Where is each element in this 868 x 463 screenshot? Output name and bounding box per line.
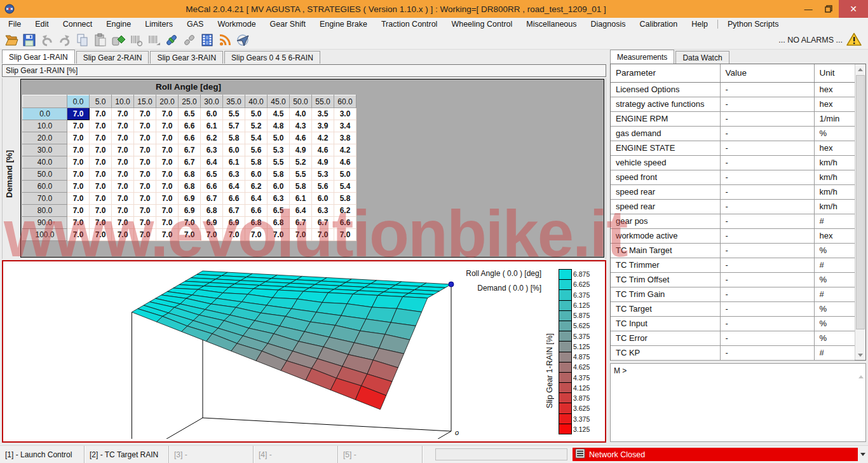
status-slot-5[interactable]: [5] - (338, 446, 423, 463)
grid-col-header[interactable]: 20.0 (156, 95, 179, 108)
menu-item-limiters[interactable]: Limiters (138, 18, 180, 31)
grid-cell[interactable]: 7.0 (134, 217, 156, 229)
measurement-row[interactable]: ENGINE STATE-hex (611, 141, 855, 155)
minimize-icon[interactable]: — (798, 0, 818, 18)
grid-cell[interactable]: 7.0 (90, 169, 112, 181)
grid-row-header[interactable]: 80.0 (23, 205, 67, 217)
grid-cell[interactable]: 7.0 (156, 169, 179, 181)
scrollbar-thumb[interactable] (856, 75, 865, 329)
measurement-row[interactable]: TC Trim Gain-# (611, 287, 855, 301)
grid-col-header[interactable]: 35.0 (223, 95, 245, 108)
grid-cell[interactable]: 6.9 (179, 205, 201, 217)
measurement-row[interactable]: speed rear-km/h (611, 199, 855, 214)
grid-row-header[interactable]: 100.0 (23, 229, 67, 241)
grid-cell[interactable]: 7.0 (90, 181, 112, 193)
grid-cell[interactable]: 6.6 (223, 193, 245, 205)
grid-cell[interactable]: 6.8 (268, 217, 290, 229)
grid-cell[interactable]: 7.0 (67, 132, 90, 144)
grid-cell[interactable]: 3.4 (334, 120, 356, 132)
grid-cell[interactable]: 4.8 (268, 120, 290, 132)
measurement-row[interactable]: speed rear-km/h (611, 184, 855, 199)
grid-cell[interactable]: 3.9 (312, 120, 334, 132)
grid-col-header[interactable]: 15.0 (134, 95, 156, 108)
grid-cell[interactable]: 6.4 (223, 181, 245, 193)
grid-cell[interactable]: 4.2 (312, 132, 334, 144)
close-icon[interactable]: ✕ (839, 0, 868, 18)
film-strip-icon[interactable] (198, 32, 216, 48)
grid-cell[interactable]: 7.0 (290, 229, 312, 241)
measurement-row[interactable]: speed front-km/h (611, 170, 855, 184)
grid-row-header[interactable]: 10.0 (23, 120, 67, 132)
tab-slip-gear-3-rain[interactable]: Slip Gear 3-RAIN (150, 51, 223, 64)
grid-cell[interactable]: 7.0 (134, 193, 156, 205)
grid-cell[interactable]: 5.8 (290, 181, 312, 193)
grid-cell[interactable]: 6.8 (179, 181, 201, 193)
grid-cell[interactable]: 7.0 (134, 108, 156, 120)
disconnect-plug-icon[interactable] (180, 32, 198, 48)
menu-item-gas[interactable]: GAS (180, 18, 210, 31)
measurement-row[interactable]: TC Error-% (611, 331, 855, 345)
grid-cell[interactable]: 6.6 (334, 217, 356, 229)
grid-row-header[interactable]: 0.0 (23, 108, 67, 120)
network-status[interactable]: Network Closed (573, 448, 858, 461)
grid-cell[interactable]: 6.3 (312, 205, 334, 217)
measurement-row[interactable]: gas demand-% (611, 126, 855, 141)
write-device-icon[interactable] (145, 32, 163, 48)
grid-row-header[interactable]: 20.0 (23, 132, 67, 144)
grid-cell[interactable]: 7.0 (112, 217, 134, 229)
grid-cell[interactable]: 7.0 (67, 181, 90, 193)
grid-cell[interactable]: 6.2 (334, 205, 356, 217)
grid-row-header[interactable]: 70.0 (23, 193, 67, 205)
grid-cell[interactable]: 3.0 (334, 108, 356, 120)
menu-item-engine[interactable]: Engine (99, 18, 138, 31)
grid-cell[interactable]: 7.0 (156, 205, 179, 217)
grid-cell[interactable]: 7.0 (90, 205, 112, 217)
redo-icon[interactable] (56, 32, 74, 48)
grid-cell[interactable]: 5.2 (290, 156, 312, 169)
menu-item-file[interactable]: File (1, 18, 28, 31)
grid-cell[interactable]: 7.0 (67, 108, 90, 120)
grid-cell[interactable]: 5.8 (223, 132, 245, 144)
grid-cell[interactable]: 7.0 (112, 144, 134, 156)
grid-cell[interactable]: 7.0 (112, 132, 134, 144)
status-slot-4[interactable]: [4] - (254, 446, 338, 463)
grid-cell[interactable]: 5.0 (245, 108, 268, 120)
grid-cell[interactable]: 5.7 (223, 120, 245, 132)
grid-cell[interactable]: 6.7 (179, 144, 201, 156)
grid-cell[interactable]: 7.0 (156, 217, 179, 229)
grid-cell[interactable]: 6.3 (268, 193, 290, 205)
grid-cell[interactable]: 6.1 (290, 193, 312, 205)
grid-cell[interactable]: 4.6 (312, 144, 334, 156)
grid-cell[interactable]: 7.0 (112, 108, 134, 120)
grid-cell[interactable]: 6.7 (290, 217, 312, 229)
grid-cell[interactable]: 6.0 (223, 144, 245, 156)
grid-cell[interactable]: 7.0 (90, 217, 112, 229)
grid-cell[interactable]: 7.0 (179, 217, 201, 229)
grid-cell[interactable]: 7.0 (223, 229, 245, 241)
grid-cell[interactable]: 6.9 (201, 217, 223, 229)
tab-data-watch[interactable]: Data Watch (675, 51, 729, 64)
grid-cell[interactable]: 7.0 (112, 169, 134, 181)
grid-cell[interactable]: 5.4 (245, 132, 268, 144)
grid-col-header[interactable]: 5.0 (90, 95, 112, 108)
grid-cell[interactable]: 5.6 (312, 181, 334, 193)
grid-cell[interactable]: 7.0 (134, 156, 156, 169)
grid-cell[interactable]: 6.2 (245, 181, 268, 193)
grid-cell[interactable]: 7.0 (112, 120, 134, 132)
grid-col-header[interactable]: 60.0 (334, 95, 356, 108)
grid-cell[interactable]: 5.2 (245, 120, 268, 132)
measurements-scrollbar[interactable] (855, 64, 865, 360)
grid-cell[interactable]: 6.9 (223, 217, 245, 229)
save-icon[interactable] (20, 32, 38, 48)
send-calibration-icon[interactable] (109, 32, 127, 48)
grid-cell[interactable]: 7.0 (201, 229, 223, 241)
grid-cell[interactable]: 7.0 (156, 108, 179, 120)
grid-cell[interactable]: 4.0 (290, 108, 312, 120)
grid-cell[interactable]: 7.0 (90, 193, 112, 205)
tab-slip-gear-2-rain[interactable]: Slip Gear 2-RAIN (76, 51, 149, 64)
grid-cell[interactable]: 6.3 (223, 169, 245, 181)
grid-cell[interactable]: 6.7 (312, 217, 334, 229)
grid-cell[interactable]: 7.0 (67, 144, 90, 156)
measurement-row[interactable]: vehicle speed-km/h (611, 155, 855, 170)
status-slot-3[interactable]: [3] - (169, 446, 254, 463)
